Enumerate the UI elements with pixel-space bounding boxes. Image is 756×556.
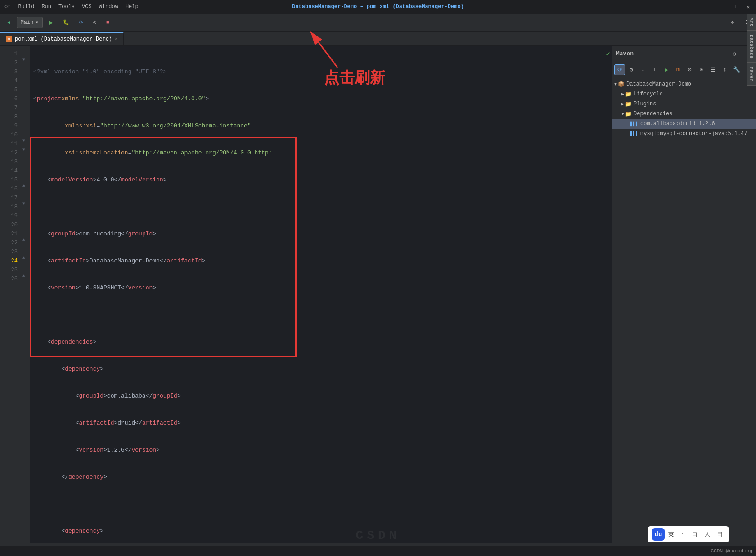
maximize-button[interactable]: □ xyxy=(734,4,740,10)
lifecycle-label: Lifecycle xyxy=(634,91,663,97)
deps-expand-arrow: ▼ xyxy=(621,112,624,117)
maven-tree-dependencies[interactable]: ▼ 📁 Dependencies xyxy=(612,109,756,119)
tab-close-button[interactable]: × xyxy=(115,36,118,42)
maven-tree-plugins[interactable]: ▶ 📁 Plugins xyxy=(612,99,756,109)
code-line-17 xyxy=(33,500,612,509)
minimize-button[interactable]: — xyxy=(722,4,728,10)
stop-button[interactable]: ■ xyxy=(103,17,113,28)
main-content: 1 2 3 4 5 6 7 8 9 10 11 12 13 14 15 16 1… xyxy=(0,46,756,543)
lifecycle-folder-icon: 📁 xyxy=(625,91,632,98)
menu-run[interactable]: Run xyxy=(41,4,51,10)
code-line-13: <groupId>com.alibaba</groupId> xyxy=(33,392,612,401)
main-toolbar: ◀ Main ▾ ▶ 🐛 ⟳ ◎ ■ ⚙ ⋮ xyxy=(0,14,756,32)
tab-label: pom.xml (DatabaseManager-Demo) xyxy=(15,36,112,42)
maven-toolbar: ⟳ ⚙ ↓ + ▶ m ⊘ ☀ ☰ ↕ 🔧 xyxy=(612,62,756,77)
code-line-2: <project xmlns="http://maven.apache.org/… xyxy=(33,95,612,104)
maven-download-button[interactable]: ↓ xyxy=(638,64,648,75)
root-expand-arrow: ▼ xyxy=(614,82,617,87)
druid-dep-icon: ▌▌▌ xyxy=(630,122,639,127)
run-button[interactable]: ▶ xyxy=(45,17,57,28)
maven-m-button[interactable]: m xyxy=(673,64,684,75)
menu-window[interactable]: Window xyxy=(99,4,118,10)
code-line-6 xyxy=(33,203,612,212)
code-line-12: <dependency> xyxy=(33,365,612,374)
code-line-11: <dependencies> xyxy=(33,338,612,347)
settings-button[interactable]: ⚙ xyxy=(727,17,738,28)
plugins-label: Plugins xyxy=(634,101,656,107)
code-editor[interactable]: 1 2 3 4 5 6 7 8 9 10 11 12 13 14 15 16 1… xyxy=(0,46,612,543)
mysql-label: mysql:mysql-connector-java:5.1.47 xyxy=(640,131,747,137)
side-tab-database[interactable]: Database xyxy=(747,31,756,63)
code-content[interactable]: <?xml version="1.0" encoding="UTF-8"?> <… xyxy=(30,46,612,543)
maven-wrench-button[interactable]: 🔧 xyxy=(731,64,742,75)
maven-profiles-button[interactable]: ☰ xyxy=(708,64,719,75)
plugins-expand-arrow: ▶ xyxy=(621,101,624,107)
deps-label: Dependencies xyxy=(634,111,672,117)
pom-xml-tab[interactable]: m pom.xml (DatabaseManager-Demo) × xyxy=(0,32,124,45)
druid-label: com.alibaba:druid:1.2.6 xyxy=(640,121,715,127)
mysql-dep-icon: ▌▌▌ xyxy=(630,131,639,136)
maven-tree-root[interactable]: ▼ 📦 DatabaseManager-Demo xyxy=(612,79,756,89)
run-configuration-selector[interactable]: Main ▾ xyxy=(17,17,43,28)
maven-reload-button[interactable]: ⟳ xyxy=(614,64,625,75)
code-line-9: <version>1.0-SNAPSHOT</version> xyxy=(33,284,612,293)
menu-bar-items: or Build Run Tools VCS Window Help xyxy=(4,4,139,10)
xml-file-icon: m xyxy=(6,36,12,42)
maven-toggle-button[interactable]: ☀ xyxy=(696,64,707,75)
plugins-folder-icon: 📁 xyxy=(625,101,632,108)
validation-checkmark: ✓ xyxy=(606,50,610,59)
maven-add-button[interactable]: + xyxy=(649,64,660,75)
maven-settings2-button[interactable]: ↕ xyxy=(720,64,730,75)
maven-run-button[interactable]: ▶ xyxy=(661,64,672,75)
back-button[interactable]: ◀ xyxy=(4,17,14,28)
menu-build[interactable]: Build xyxy=(18,4,34,10)
code-line-7: <groupId>com.rucoding</groupId> xyxy=(33,230,612,239)
side-tab-maven[interactable]: Maven xyxy=(747,63,756,86)
line-numbers-gutter: 1 2 3 4 5 6 7 8 9 10 11 12 13 14 15 16 1… xyxy=(0,46,22,543)
ime-user-icon[interactable]: 人 xyxy=(703,530,712,539)
lifecycle-expand-arrow: ▶ xyxy=(621,91,624,97)
dropdown-arrow-icon: ▾ xyxy=(35,19,38,26)
coverage-button[interactable]: ◎ xyxy=(90,17,100,28)
deps-folder-icon: 📁 xyxy=(625,111,632,118)
menu-tools[interactable]: Tools xyxy=(58,4,75,10)
status-text: CSDN @rucoding xyxy=(711,548,752,554)
maven-tree-druid[interactable]: ▌▌▌ com.alibaba:druid:1.2.6 xyxy=(612,119,756,129)
side-tabs: Ant Database Maven xyxy=(747,14,756,86)
code-line-16: </dependency> xyxy=(33,473,612,482)
maven-panel-header: Maven ⚙ — xyxy=(612,46,756,62)
code-line-10 xyxy=(33,311,612,320)
ime-logo: du xyxy=(652,528,665,541)
menu-help[interactable]: Help xyxy=(126,4,139,10)
run-config-label: Main xyxy=(21,19,34,26)
fold-gutter: ▼ ▼ ▼ ▲ ▼ ▲ xyxy=(22,46,30,543)
ime-grid-icon[interactable]: 田 xyxy=(716,530,724,539)
code-line-1: <?xml version="1.0" encoding="UTF-8"?> xyxy=(33,68,612,77)
ime-input-mode: 英 xyxy=(668,530,674,538)
title-bar: or Build Run Tools VCS Window Help Datab… xyxy=(0,0,756,14)
debug-button[interactable]: 🐛 xyxy=(59,17,73,28)
code-line-4: xsi:schemaLocation="http://maven.apache.… xyxy=(33,149,612,158)
maven-generate-sources-button[interactable]: ⚙ xyxy=(626,64,637,75)
maven-panel: Maven ⚙ — ⟳ ⚙ ↓ + ▶ m ⊘ ☀ ☰ ↕ 🔧 ▼ 📦 xyxy=(612,46,756,543)
maven-tree-mysql[interactable]: ▌▌▌ mysql:mysql-connector-java:5.1.47 xyxy=(612,129,756,139)
reload-button[interactable]: ⟳ xyxy=(76,17,87,28)
menu-vcs[interactable]: VCS xyxy=(82,4,92,10)
maven-skip-tests-button[interactable]: ⊘ xyxy=(684,64,695,75)
window-controls: — □ ✕ xyxy=(722,4,752,10)
status-bar: CSDN @rucoding xyxy=(0,546,756,556)
maven-tree-lifecycle[interactable]: ▶ 📁 Lifecycle xyxy=(612,89,756,99)
code-line-8: <artifactId>DatabaseManager-Demo</artifa… xyxy=(33,257,612,266)
ime-toolbar: du 英 · 口 人 田 xyxy=(648,526,729,542)
close-button[interactable]: ✕ xyxy=(745,4,752,10)
maven-settings-button[interactable]: ⚙ xyxy=(729,49,740,59)
side-tab-ant[interactable]: Ant xyxy=(747,14,756,31)
ime-dot-icon[interactable]: · xyxy=(678,530,687,539)
code-line-3: xmlns:xsi="http://www.w3.org/2001/XMLSch… xyxy=(33,122,612,131)
code-line-18: <dependency> xyxy=(33,527,612,536)
menu-or[interactable]: or xyxy=(4,4,11,10)
code-line-15: <version>1.2.6</version> xyxy=(33,446,612,455)
root-label: DatabaseManager-Demo xyxy=(626,81,691,87)
ime-keyboard-icon[interactable]: 口 xyxy=(690,530,699,539)
root-icon: 📦 xyxy=(618,81,625,88)
